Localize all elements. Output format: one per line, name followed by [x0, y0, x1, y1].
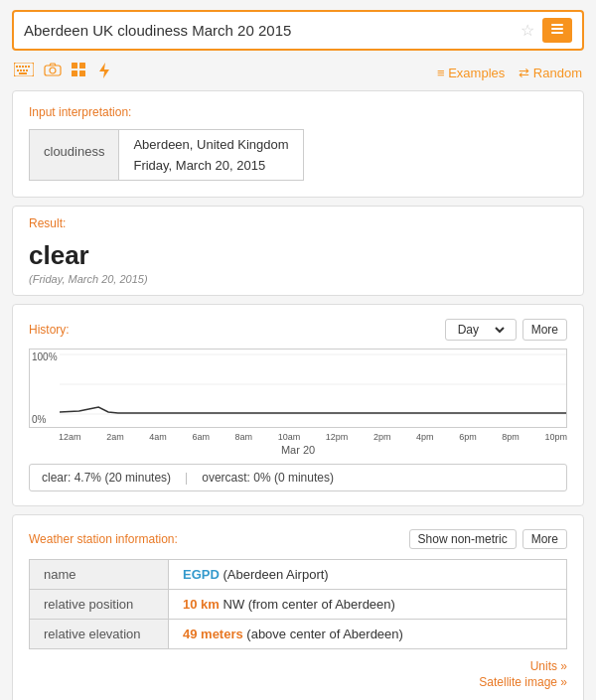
- name-value: EGPD (Aberdeen Airport): [169, 560, 567, 590]
- camera-icon[interactable]: [44, 63, 62, 82]
- stat-overcast-label: overcast:: [202, 471, 250, 485]
- station-table: name EGPD (Aberdeen Airport) relative po…: [29, 559, 567, 649]
- position-plain: NW (from center of Aberdeen): [220, 597, 395, 612]
- svg-rect-1: [551, 28, 563, 30]
- svg-rect-17: [79, 63, 85, 69]
- result-label: Result:: [29, 216, 567, 230]
- history-section: History: Day Week Month More 100% 0%: [12, 304, 584, 506]
- svg-rect-19: [79, 70, 85, 76]
- lightning-icon[interactable]: [97, 63, 111, 82]
- x-label-2: 4am: [149, 432, 167, 442]
- table-row: name EGPD (Aberdeen Airport): [30, 560, 567, 590]
- elevation-highlight: 49 meters: [183, 627, 243, 641]
- svg-rect-2: [551, 32, 563, 34]
- property-cell: cloudiness: [30, 130, 119, 181]
- table-row: relative elevation 49 meters (above cent…: [30, 620, 567, 649]
- station-label: Weather station information:: [29, 532, 409, 546]
- search-button[interactable]: [542, 18, 572, 43]
- toolbar-icons: [14, 63, 437, 82]
- history-chart: 100% 0%: [29, 349, 567, 428]
- search-input[interactable]: [24, 22, 521, 39]
- x-label-11: 10pm: [544, 432, 567, 442]
- result-section: Result: clear (Friday, March 20, 2015): [12, 206, 584, 296]
- elevation-property: relative elevation: [30, 620, 169, 649]
- svg-rect-18: [72, 70, 77, 76]
- svg-rect-0: [551, 24, 563, 26]
- x-label-4: 8am: [235, 432, 253, 442]
- x-label-0: 12am: [59, 432, 81, 442]
- station-controls: Show non-metric More: [409, 529, 567, 549]
- history-label: History:: [29, 323, 445, 337]
- x-label-5: 10am: [278, 432, 301, 442]
- submit-icon: [550, 22, 564, 36]
- units-link[interactable]: Units »: [29, 659, 567, 673]
- result-date: (Friday, March 20, 2015): [29, 273, 567, 285]
- position-value: 10 km NW (from center of Aberdeen): [169, 590, 567, 620]
- satellite-link[interactable]: Satellite image »: [29, 675, 567, 689]
- value-cell: Aberdeen, United Kingdom Friday, March 2…: [119, 130, 303, 181]
- date-value: Friday, March 20, 2015: [133, 158, 265, 173]
- keyboard-icon[interactable]: [14, 63, 34, 82]
- x-label-6: 12pm: [326, 432, 349, 442]
- svg-rect-13: [19, 72, 27, 74]
- chart-x-labels: 12am 2am 4am 6am 8am 10am 12pm 2pm 4pm 6…: [59, 432, 567, 442]
- x-label-10: 8pm: [502, 432, 520, 442]
- svg-rect-16: [72, 63, 77, 69]
- weather-station-section: Weather station information: Show non-me…: [12, 514, 584, 700]
- day-select[interactable]: Day Week Month: [445, 319, 517, 341]
- svg-rect-8: [28, 66, 30, 68]
- x-label-1: 2am: [106, 432, 124, 442]
- svg-rect-5: [19, 66, 21, 68]
- show-nonmetric-button[interactable]: Show non-metric: [409, 529, 517, 549]
- stat-clear-value: 4.7%: [74, 471, 101, 485]
- stat-overcast-value: 0%: [253, 471, 270, 485]
- svg-rect-11: [23, 70, 25, 71]
- chart-y-labels: 100% 0%: [32, 350, 58, 427]
- location-value: Aberdeen, United Kingdom: [133, 137, 288, 152]
- svg-rect-12: [26, 70, 28, 71]
- x-label-3: 6am: [192, 432, 210, 442]
- name-property: name: [30, 560, 169, 590]
- svg-rect-9: [17, 70, 19, 71]
- elevation-plain: (above center of Aberdeen): [243, 627, 403, 641]
- y-min-label: 0%: [32, 414, 58, 425]
- input-interpretation-label: Input interpretation:: [29, 105, 567, 119]
- x-label-7: 2pm: [373, 432, 391, 442]
- random-button[interactable]: ⇄ Random: [519, 66, 582, 80]
- svg-rect-10: [20, 70, 22, 71]
- svg-point-15: [50, 68, 56, 73]
- stat-clear-detail: (20 minutes): [104, 471, 171, 485]
- interpretation-table: cloudiness Aberdeen, United Kingdom Frid…: [29, 129, 304, 181]
- history-header: History: Day Week Month More: [29, 319, 567, 341]
- elevation-value: 49 meters (above center of Aberdeen): [169, 620, 567, 649]
- history-chart-svg: [60, 350, 566, 419]
- stat-divider: |: [185, 471, 188, 485]
- period-select[interactable]: Day Week Month: [454, 322, 508, 338]
- history-controls: Day Week Month More: [445, 319, 567, 341]
- toolbar-right: ≡ Examples ⇄ Random: [437, 66, 582, 80]
- svg-marker-20: [99, 63, 109, 78]
- stat-clear-label: clear:: [42, 471, 71, 485]
- history-more-button[interactable]: More: [522, 319, 567, 341]
- name-plain: (Aberdeen Airport): [220, 567, 329, 582]
- star-icon[interactable]: ☆: [521, 21, 534, 40]
- stat-overcast-detail: (0 minutes): [274, 471, 334, 485]
- table-row: relative position 10 km NW (from center …: [30, 590, 567, 620]
- chart-stats: clear: 4.7% (20 minutes) | overcast: 0% …: [29, 464, 567, 491]
- name-highlight: EGPD: [183, 567, 220, 582]
- svg-rect-6: [22, 66, 24, 68]
- x-label-9: 6pm: [459, 432, 477, 442]
- examples-button[interactable]: ≡ Examples: [437, 66, 505, 80]
- input-interpretation-section: Input interpretation: cloudiness Aberdee…: [12, 90, 584, 198]
- chart-date-label: Mar 20: [29, 444, 567, 456]
- grid-icon[interactable]: [72, 63, 87, 82]
- x-label-8: 4pm: [416, 432, 434, 442]
- toolbar: ≡ Examples ⇄ Random: [0, 59, 596, 90]
- svg-rect-7: [25, 66, 27, 68]
- table-row: cloudiness Aberdeen, United Kingdom Frid…: [30, 130, 304, 181]
- position-highlight: 10 km: [183, 597, 220, 612]
- svg-rect-4: [16, 66, 18, 68]
- y-max-label: 100%: [32, 351, 58, 362]
- station-more-button[interactable]: More: [522, 529, 567, 549]
- search-bar: ☆: [12, 10, 584, 51]
